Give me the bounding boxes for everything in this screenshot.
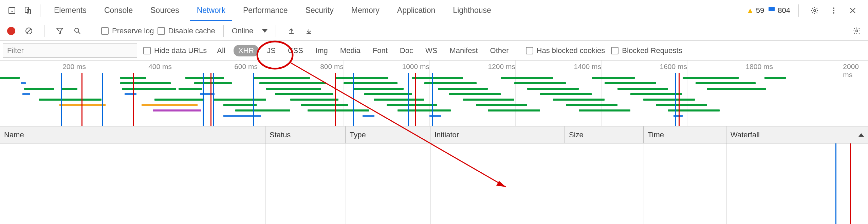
timeline-bar <box>253 77 310 79</box>
filter-type-doc[interactable]: Doc <box>396 45 417 56</box>
tab-elements[interactable]: Elements <box>45 0 95 21</box>
filter-type-css[interactable]: CSS <box>284 45 307 56</box>
messages-count: 804 <box>778 6 790 15</box>
filter-type-js[interactable]: JS <box>263 45 280 56</box>
preserve-log-checkbox[interactable]: Preserve log <box>101 27 154 35</box>
network-settings-gear-icon[interactable] <box>850 24 864 38</box>
filter-type-media[interactable]: Media <box>336 45 365 56</box>
kebab-menu-icon[interactable] <box>826 3 842 18</box>
column-divider <box>726 143 727 224</box>
timeline-bar <box>438 88 488 90</box>
sort-caret-icon <box>858 133 864 137</box>
svg-point-9 <box>75 28 79 32</box>
hide-data-urls-checkbox[interactable]: Hide data URLs <box>143 46 207 55</box>
column-header-time[interactable]: Time <box>644 126 726 143</box>
record-button[interactable] <box>4 24 18 38</box>
inspect-element-icon[interactable] <box>4 3 20 18</box>
device-toolbar-icon[interactable] <box>20 3 35 18</box>
column-header-status[interactable]: Status <box>265 126 346 143</box>
blocked-requests-checkbox[interactable]: Blocked Requests <box>611 46 682 55</box>
filter-type-img[interactable]: Img <box>311 45 332 56</box>
search-icon[interactable] <box>70 24 85 38</box>
filter-input[interactable] <box>3 44 137 58</box>
column-label: Type <box>350 131 366 139</box>
timeline-marker <box>133 73 134 126</box>
timeline-bar <box>308 109 369 111</box>
column-header-type[interactable]: Type <box>346 126 430 143</box>
filter-type-ws[interactable]: WS <box>421 45 441 56</box>
has-blocked-cookies-checkbox[interactable]: Has blocked cookies <box>526 46 605 55</box>
timeline-bar <box>290 99 338 101</box>
filter-type-other[interactable]: Other <box>486 45 513 56</box>
checkbox-icon <box>611 47 618 54</box>
download-har-icon[interactable] <box>302 24 316 38</box>
request-table-body[interactable] <box>0 143 868 224</box>
tab-console[interactable]: Console <box>95 0 142 21</box>
message-icon <box>768 5 776 16</box>
checkbox-icon <box>143 47 151 54</box>
timeline-bar <box>488 109 540 111</box>
tab-security[interactable]: Security <box>297 0 343 21</box>
filter-type-xhr[interactable]: XHR <box>234 45 259 56</box>
warning-icon: ▲ <box>746 6 754 15</box>
messages-badge[interactable]: 804 <box>768 5 790 16</box>
timeline-marker <box>432 73 433 126</box>
tick-label: 1800 ms <box>745 63 773 71</box>
timeline-bar <box>259 82 326 84</box>
close-icon[interactable] <box>845 3 861 18</box>
column-header-size[interactable]: Size <box>565 126 644 143</box>
timeline-bar <box>154 99 204 101</box>
filter-type-font[interactable]: Font <box>369 45 392 56</box>
checkbox-icon <box>526 47 533 54</box>
timeline-bar <box>412 77 463 79</box>
timeline-marker <box>675 73 676 126</box>
tick-label: 1600 ms <box>660 63 687 71</box>
disable-cache-checkbox[interactable]: Disable cache <box>158 27 215 35</box>
timeline-bar <box>617 88 668 90</box>
timeline-marker <box>415 73 416 126</box>
tick-label: 600 ms <box>234 63 258 71</box>
warnings-badge[interactable]: ▲ 59 <box>746 6 764 15</box>
throttling-select[interactable]: Online <box>232 27 268 35</box>
timeline-bar <box>153 109 201 111</box>
tick-label: 200 ms <box>62 63 86 71</box>
timeline-bar <box>120 82 171 84</box>
svg-point-10 <box>856 30 858 32</box>
timeline-marker <box>679 73 680 126</box>
timeline-overview[interactable]: 200 ms400 ms600 ms800 ms1000 ms1200 ms14… <box>0 61 868 126</box>
timeline-bar <box>579 109 630 111</box>
timeline-bar <box>335 77 388 79</box>
upload-har-icon[interactable] <box>284 24 298 38</box>
column-label: Time <box>648 131 664 139</box>
tab-application[interactable]: Application <box>388 0 444 21</box>
gridline <box>687 61 687 126</box>
tab-memory[interactable]: Memory <box>343 0 388 21</box>
filter-funnel-icon[interactable] <box>53 24 67 38</box>
timeline-marker <box>203 73 204 126</box>
settings-gear-icon[interactable] <box>807 3 823 18</box>
filter-type-manifest[interactable]: Manifest <box>445 45 482 56</box>
timeline-bar <box>364 93 412 95</box>
column-header-initiator[interactable]: Initiator <box>430 126 565 143</box>
timeline-bar <box>235 109 290 111</box>
timeline-bar <box>398 109 451 111</box>
panel-tabs: ElementsConsoleSourcesNetworkPerformance… <box>45 0 500 21</box>
clear-icon[interactable] <box>22 24 36 38</box>
tab-sources[interactable]: Sources <box>142 0 188 21</box>
tab-lighthouse[interactable]: Lighthouse <box>444 0 500 21</box>
column-header-waterfall[interactable]: Waterfall <box>726 126 868 143</box>
tab-network[interactable]: Network <box>188 0 234 21</box>
checkbox-icon <box>158 27 165 35</box>
timeline-bar <box>643 99 695 101</box>
timeline-bar <box>179 88 202 90</box>
timeline-bar <box>553 99 605 101</box>
separator <box>44 25 44 37</box>
throttling-label: Online <box>232 27 254 35</box>
column-header-name[interactable]: Name <box>0 126 265 143</box>
chevron-down-icon <box>262 29 267 33</box>
filter-type-all[interactable]: All <box>213 45 229 56</box>
timeline-marker <box>210 73 211 126</box>
tab-performance[interactable]: Performance <box>234 0 297 21</box>
column-divider <box>346 143 346 224</box>
timeline-bar <box>266 88 321 90</box>
